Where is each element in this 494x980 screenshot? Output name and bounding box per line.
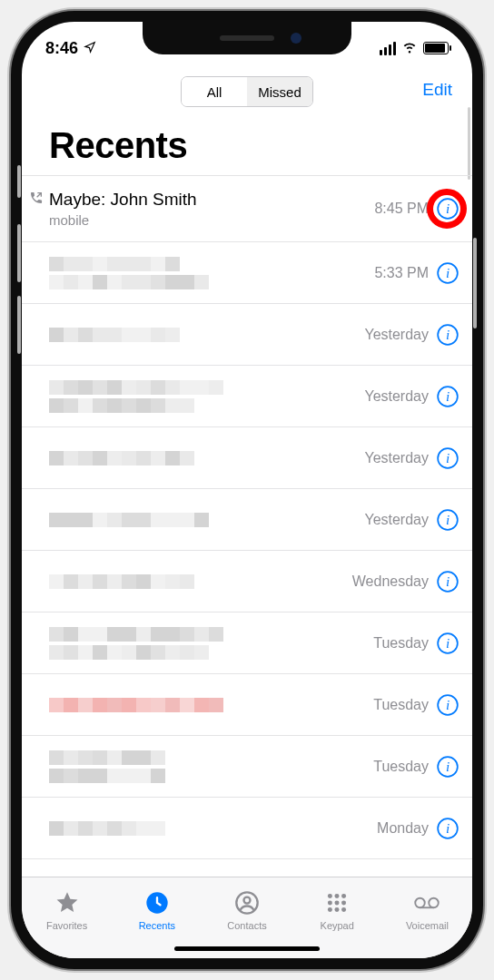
info-icon[interactable]: i <box>436 385 459 408</box>
keypad-icon <box>323 889 351 916</box>
svg-text:i: i <box>446 326 450 341</box>
info-icon[interactable]: i <box>436 508 459 532</box>
status-time: 8:46 <box>45 39 78 58</box>
svg-point-32 <box>335 907 340 912</box>
tab-keypad[interactable]: Keypad <box>292 877 382 942</box>
cell-signal-icon <box>380 42 396 55</box>
call-time: Tuesday <box>373 697 429 713</box>
call-time: 8:45 PM <box>374 201 429 217</box>
redacted-caller <box>49 574 352 589</box>
svg-point-28 <box>328 900 332 905</box>
tab-voicemail[interactable]: Voicemail <box>382 877 472 942</box>
svg-point-26 <box>335 893 340 897</box>
call-row[interactable]: Tuesdayi <box>22 674 472 736</box>
call-info: Maybe: John Smithmobile <box>49 190 374 228</box>
call-row[interactable]: Maybe: John Smithmobile8:45 PMi <box>22 175 472 242</box>
svg-point-35 <box>430 897 440 907</box>
svg-point-33 <box>341 907 346 912</box>
call-time: Yesterday <box>364 327 429 343</box>
redacted-caller <box>49 328 364 342</box>
call-row[interactable]: 5:33 PMi <box>22 242 472 304</box>
scroll-indicator <box>468 107 470 180</box>
tab-label: Favorites <box>46 920 87 931</box>
tab-contacts[interactable]: Contacts <box>202 877 291 942</box>
battery-icon <box>423 42 449 54</box>
call-time: Tuesday <box>373 635 429 652</box>
call-time: Wednesday <box>352 573 429 590</box>
speaker <box>220 35 274 41</box>
call-row[interactable]: Tuesdayi <box>22 736 472 798</box>
home-indicator[interactable] <box>174 946 320 951</box>
location-icon <box>84 41 96 56</box>
caller-name: Maybe: John Smith <box>49 190 374 211</box>
star-icon <box>54 889 81 916</box>
call-time: 5:33 PM <box>374 265 429 281</box>
clock-icon <box>143 889 171 916</box>
redacted-caller <box>49 698 373 712</box>
recents-list[interactable]: Maybe: John Smithmobile8:45 PMi5:33 PMiY… <box>22 175 472 859</box>
call-row[interactable]: Yesterdayi <box>22 427 472 489</box>
screen: 8:46 All Missed Edit <box>22 22 472 958</box>
filter-segmented-control[interactable]: All Missed <box>181 76 313 107</box>
info-icon[interactable]: i <box>436 693 459 717</box>
call-row[interactable]: Mondayi <box>22 798 472 859</box>
call-row[interactable]: Tuesdayi <box>22 612 472 674</box>
volume-down <box>17 296 21 354</box>
svg-point-25 <box>328 893 332 897</box>
svg-point-24 <box>244 897 251 903</box>
power-button <box>473 238 477 328</box>
svg-text:i: i <box>446 634 450 650</box>
highlight-ring <box>427 189 467 229</box>
call-row[interactable]: Yesterdayi <box>22 489 472 551</box>
segment-all[interactable]: All <box>182 77 247 106</box>
tab-label: Recents <box>139 920 175 931</box>
tab-recents[interactable]: Recents <box>112 877 202 942</box>
page-title: Recents <box>22 118 472 175</box>
svg-text:i: i <box>446 819 450 835</box>
call-time: Yesterday <box>364 512 429 528</box>
redacted-caller <box>49 513 364 527</box>
svg-text:i: i <box>446 696 450 711</box>
edit-button[interactable]: Edit <box>422 80 452 100</box>
segment-missed[interactable]: Missed <box>247 77 312 106</box>
info-icon[interactable]: i <box>436 632 459 655</box>
call-row[interactable]: Wednesdayi <box>22 551 472 612</box>
info-icon[interactable]: i <box>436 446 459 470</box>
call-time: Yesterday <box>364 450 429 466</box>
svg-text:i: i <box>446 449 450 465</box>
mute-switch <box>17 165 21 198</box>
svg-point-30 <box>341 900 346 905</box>
wifi-icon <box>401 38 418 59</box>
tab-favorites[interactable]: Favorites <box>22 877 112 942</box>
info-icon[interactable]: i <box>436 817 459 840</box>
call-row[interactable]: Yesterdayi <box>22 304 472 366</box>
info-icon[interactable]: i <box>436 755 459 779</box>
redacted-caller <box>49 380 364 413</box>
tab-label: Keypad <box>321 920 354 931</box>
content: All Missed Edit Recents Maybe: John Smit… <box>22 65 472 877</box>
phone-frame: 8:46 All Missed Edit <box>11 11 483 969</box>
tab-label: Voicemail <box>406 920 449 931</box>
info-icon[interactable]: i <box>436 323 459 347</box>
info-icon[interactable]: i <box>436 570 459 593</box>
call-row[interactable]: Yesterdayi <box>22 366 472 427</box>
svg-point-27 <box>341 893 346 897</box>
svg-text:i: i <box>446 511 450 526</box>
call-time: Tuesday <box>373 759 429 775</box>
redacted-caller <box>49 750 373 783</box>
svg-text:i: i <box>446 264 450 279</box>
voicemail-icon <box>413 889 440 916</box>
svg-point-31 <box>328 907 332 912</box>
svg-text:i: i <box>446 387 450 403</box>
volume-up <box>17 224 21 282</box>
notch <box>143 22 351 54</box>
info-icon[interactable]: i <box>436 261 459 285</box>
redacted-caller <box>49 451 364 466</box>
call-time: Yesterday <box>364 388 429 405</box>
svg-point-34 <box>416 897 426 907</box>
svg-text:i: i <box>446 758 450 773</box>
call-time: Monday <box>377 820 429 837</box>
contact-icon <box>233 889 261 916</box>
redacted-caller <box>49 257 374 289</box>
outgoing-call-icon <box>29 191 44 209</box>
